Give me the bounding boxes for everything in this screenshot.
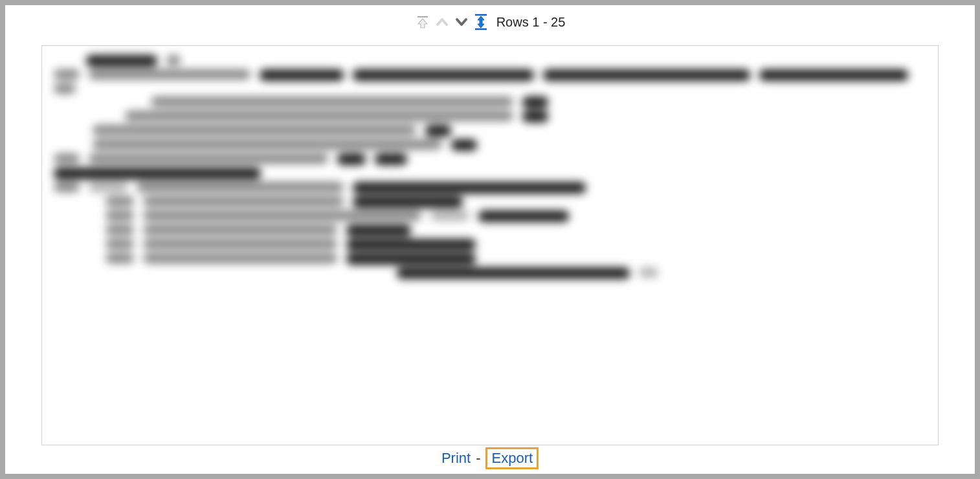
rows-indicator: Rows 1 - 25 xyxy=(496,15,566,30)
blurred-report-body xyxy=(42,46,938,291)
export-highlight: Export xyxy=(485,447,539,469)
print-link[interactable]: Print xyxy=(441,450,471,467)
export-link[interactable]: Export xyxy=(491,450,533,467)
report-panel: Rows 1 - 25 xyxy=(5,5,975,474)
footer-separator: - xyxy=(476,450,480,467)
report-content xyxy=(41,45,939,445)
footer-actions: Print - Export xyxy=(5,445,975,474)
expand-vertical-icon[interactable] xyxy=(473,14,489,30)
scroll-top-icon[interactable] xyxy=(415,14,430,30)
content-wrap xyxy=(5,35,975,445)
chevron-down-icon[interactable] xyxy=(454,14,469,30)
chevron-up-icon[interactable] xyxy=(434,14,450,30)
pagination-toolbar: Rows 1 - 25 xyxy=(5,5,975,35)
